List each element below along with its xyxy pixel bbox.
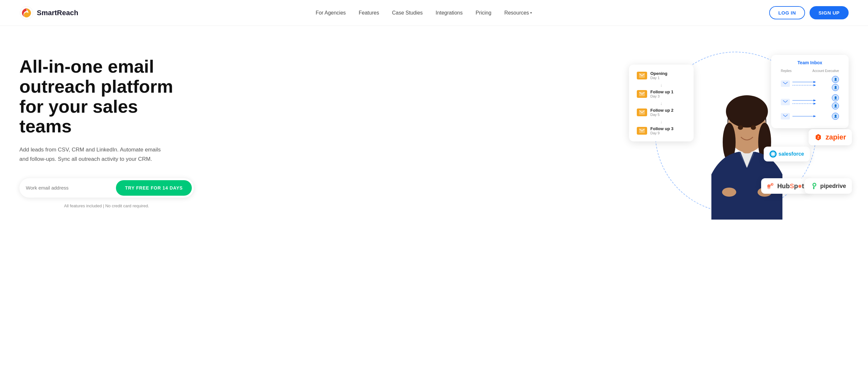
seq-followup1-title: Follow up 1: [650, 89, 674, 94]
email-input[interactable]: [26, 182, 116, 194]
ti-row-2: 👤 👤: [778, 94, 842, 110]
navbar: SmartReach For Agencies Features Case St…: [0, 0, 868, 26]
svg-point-38: [813, 184, 815, 186]
seq-opening-title: Opening: [650, 71, 668, 76]
chevron-down-icon: ▾: [530, 11, 532, 14]
email-icon-followup2: [637, 109, 647, 116]
hero-disclaimer: All features included | No credit card r…: [20, 204, 194, 208]
zapier-badge: Z zapier: [809, 129, 852, 145]
hubspot-badge: HubSpt: [761, 178, 810, 194]
login-button[interactable]: LOG IN: [769, 6, 805, 19]
trial-button[interactable]: TRY FREE FOR 14 DAYS: [116, 180, 192, 196]
sequence-item-opening: Opening Day 1: [637, 71, 686, 80]
nav-case-studies[interactable]: Case Studies: [392, 10, 423, 16]
team-inbox-title: Team Inbox: [778, 60, 842, 65]
col-exec: Account Executive: [812, 69, 839, 73]
svg-point-26: [722, 188, 736, 197]
salesforce-badge: salesforce: [764, 147, 810, 161]
hero-right: Opening Day 1 ↓ Follow up 1 Day 3 ↓: [623, 45, 848, 219]
seq-followup1-day: Day 3: [650, 94, 674, 98]
seq-followup3-title: Follow up 3: [650, 126, 674, 131]
sequence-item-followup3: Follow up 3 Day 9: [637, 126, 686, 135]
ti-avatar-3: 👤: [832, 94, 839, 101]
logo-link[interactable]: SmartReach: [20, 6, 78, 20]
sequence-item-followup1: Follow up 1 Day 3: [637, 89, 686, 98]
signup-button[interactable]: SIGN UP: [810, 6, 848, 19]
svg-marker-7: [813, 81, 816, 83]
hero-section: All-in-one email outreach platform for y…: [0, 26, 868, 233]
sequence-item-followup2: Follow up 2 Day 5: [637, 108, 686, 117]
email-icon-opening: [637, 72, 647, 80]
nav-for-agencies[interactable]: For Agencies: [315, 10, 345, 16]
nav-links: For Agencies Features Case Studies Integ…: [315, 10, 532, 16]
svg-point-35: [767, 186, 771, 189]
hero-form: TRY FREE FOR 14 DAYS: [20, 178, 194, 198]
ti-avatar-5: 👤: [832, 113, 839, 120]
team-inbox-cols: Replies Account Executive: [778, 69, 842, 73]
col-replies: Replies: [781, 69, 792, 73]
hero-left: All-in-one email outreach platform for y…: [20, 57, 194, 208]
nav-integrations[interactable]: Integrations: [436, 10, 463, 16]
zapier-logo-text: zapier: [826, 133, 846, 142]
logo-text: SmartReach: [37, 9, 78, 17]
nav-resources[interactable]: Resources ▾: [504, 10, 532, 16]
ti-avatar-4: 👤: [832, 102, 839, 110]
seq-opening-day: Day 1: [650, 76, 668, 80]
svg-point-29: [772, 153, 774, 155]
ti-avatar-2: 👤: [832, 84, 839, 91]
svg-marker-9: [813, 84, 816, 86]
hubspot-logo-text: HubSpt: [777, 182, 804, 190]
sequence-card: Opening Day 1 ↓ Follow up 1 Day 3 ↓: [629, 65, 693, 142]
svg-text:Z: Z: [817, 135, 819, 139]
ti-row-1: 👤 👤: [778, 76, 842, 91]
salesforce-logo-text: salesforce: [779, 151, 804, 157]
ti-avatar-1: 👤: [832, 76, 839, 83]
team-inbox-card: Team Inbox Replies Account Executive: [771, 55, 848, 128]
hero-subtext: Add leads from CSV, CRM and LinkedIn. Au…: [20, 145, 168, 164]
nav-pricing[interactable]: Pricing: [476, 10, 492, 16]
hero-heading: All-in-one email outreach platform for y…: [20, 57, 194, 136]
svg-marker-12: [813, 99, 816, 101]
nav-features[interactable]: Features: [359, 10, 379, 16]
email-icon-followup3: [637, 127, 647, 134]
ti-row-3: 👤: [778, 113, 842, 120]
ti-mail-2: [781, 99, 790, 105]
ti-mail-3: [781, 113, 790, 119]
pipedrive-badge: pipedrive: [805, 178, 852, 194]
email-icon-followup1: [637, 90, 647, 98]
logo-icon: [20, 6, 34, 20]
seq-followup2-title: Follow up 2: [650, 108, 674, 113]
svg-rect-37: [813, 187, 814, 189]
ti-mail-1: [781, 81, 790, 87]
svg-point-24: [738, 125, 743, 130]
svg-marker-17: [813, 115, 816, 117]
pipedrive-logo-text: pipedrive: [820, 183, 846, 189]
svg-marker-14: [813, 103, 816, 104]
seq-followup2-day: Day 5: [650, 113, 674, 117]
nav-ctas: LOG IN SIGN UP: [769, 6, 848, 19]
seq-followup3-day: Day 9: [650, 131, 674, 135]
svg-point-25: [751, 125, 756, 130]
